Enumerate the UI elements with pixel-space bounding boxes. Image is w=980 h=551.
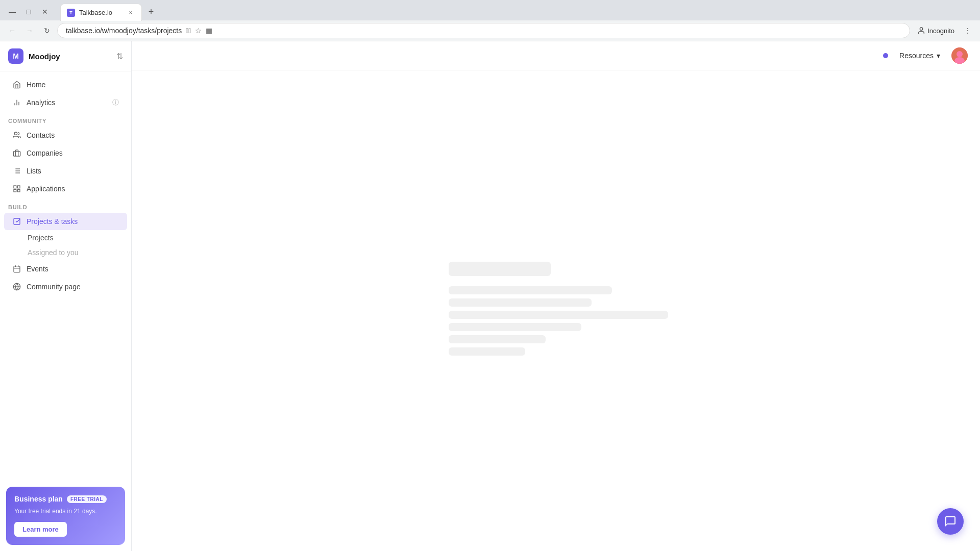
events-icon: [12, 264, 21, 273]
sidebar-toggle-button[interactable]: ⇅: [116, 52, 123, 61]
sidebar-item-companies[interactable]: Companies: [4, 144, 127, 162]
sidebar-item-community-page[interactable]: Community page: [4, 278, 127, 295]
content-area: [132, 70, 980, 551]
skeleton-title: [449, 262, 551, 276]
sidebar: M Moodjoy ⇅ Home: [0, 41, 132, 551]
incognito-label: Incognito: [927, 27, 954, 35]
resources-dropdown-icon: ▾: [937, 52, 940, 60]
projects-tasks-icon: [12, 217, 21, 226]
sidebar-footer: Business plan FREE TRIAL Your free trial…: [0, 481, 131, 551]
sidebar-item-projects-tasks-label: Projects & tasks: [27, 217, 78, 226]
minimize-button[interactable]: —: [5, 5, 19, 19]
sidebar-item-lists[interactable]: Lists: [4, 162, 127, 180]
browser-titlebar: — □ ✕ T Talkbase.io × +: [0, 0, 980, 20]
sidebar-item-lists-label: Lists: [27, 167, 41, 175]
section-community-label: COMMUNITY: [0, 112, 131, 126]
skeleton-row-6: [449, 347, 525, 356]
sidebar-item-companies-label: Companies: [27, 149, 63, 157]
sidebar-icon[interactable]: ▦: [206, 27, 212, 35]
sidebar-item-community-page-label: Community page: [27, 283, 81, 291]
main-header: Resources ▾: [132, 41, 980, 70]
svg-rect-17: [14, 266, 20, 272]
home-icon: [12, 80, 21, 89]
chrome-right-buttons: Incognito ⋮: [913, 23, 975, 38]
business-plan-header: Business plan FREE TRIAL: [14, 495, 117, 503]
address-bar-row: ← → ↻ talkbase.io/w/moodjoy/tasks/projec…: [0, 20, 980, 41]
browser-window-controls: — □ ✕: [5, 5, 52, 19]
section-build-label: BUILD: [0, 198, 131, 212]
analytics-icon: [12, 98, 21, 107]
sidebar-item-contacts-label: Contacts: [27, 131, 55, 139]
applications-icon: [12, 184, 21, 193]
workspace-name: Moodjoy: [29, 52, 60, 61]
active-tab[interactable]: T Talkbase.io ×: [60, 4, 142, 21]
address-bar-icons: 👁︎̸ ☆ ▦: [186, 27, 212, 35]
analytics-info-icon[interactable]: ⓘ: [112, 98, 119, 107]
back-button[interactable]: ←: [5, 23, 19, 38]
sidebar-item-applications[interactable]: Applications: [4, 180, 127, 197]
sidebar-sub-item-assigned-label: Assigned to you: [28, 248, 79, 257]
svg-point-4: [14, 132, 17, 135]
lists-icon: [12, 166, 21, 176]
address-bar[interactable]: talkbase.io/w/moodjoy/tasks/projects 👁︎̸…: [57, 23, 910, 38]
sidebar-item-home[interactable]: Home: [4, 76, 127, 93]
sidebar-item-home-label: Home: [27, 81, 45, 89]
sidebar-item-applications-label: Applications: [27, 185, 65, 193]
workspace-info: M Moodjoy: [8, 48, 60, 64]
community-page-icon: [12, 282, 21, 291]
tab-bar: T Talkbase.io × +: [55, 3, 163, 21]
chat-button[interactable]: [937, 508, 964, 535]
loading-skeleton: [449, 262, 806, 360]
resources-button[interactable]: Resources ▾: [894, 48, 945, 63]
svg-rect-13: [17, 186, 20, 188]
online-indicator: [883, 53, 888, 58]
new-tab-button[interactable]: +: [144, 5, 158, 19]
sidebar-header: M Moodjoy ⇅: [0, 41, 131, 71]
svg-rect-5: [13, 152, 20, 156]
skeleton-row-5: [449, 335, 546, 343]
sidebar-navigation: Home Analytics ⓘ COMMUNITY: [0, 71, 131, 481]
star-icon[interactable]: ☆: [195, 27, 202, 35]
svg-rect-12: [14, 186, 16, 188]
skeleton-row-4: [449, 323, 581, 331]
sidebar-sub-item-projects[interactable]: Projects: [4, 231, 127, 245]
url-text: talkbase.io/w/moodjoy/tasks/projects: [66, 27, 182, 35]
workspace-avatar: M: [8, 48, 23, 64]
learn-more-button[interactable]: Learn more: [14, 522, 67, 537]
more-options-button[interactable]: ⋮: [961, 23, 975, 38]
svg-rect-14: [14, 189, 16, 192]
svg-rect-16: [14, 218, 20, 224]
eye-off-icon[interactable]: 👁︎̸: [186, 27, 191, 35]
svg-point-24: [957, 51, 963, 57]
sidebar-sub-item-assigned[interactable]: Assigned to you: [4, 245, 127, 260]
incognito-badge: Incognito: [913, 23, 959, 38]
sidebar-item-projects-tasks[interactable]: Projects & tasks: [4, 213, 127, 230]
svg-point-0: [920, 28, 923, 30]
forward-button[interactable]: →: [22, 23, 37, 38]
skeleton-row-1: [449, 286, 612, 294]
business-plan-card: Business plan FREE TRIAL Your free trial…: [6, 487, 125, 545]
user-avatar[interactable]: [951, 47, 968, 64]
business-plan-title: Business plan: [14, 495, 63, 503]
companies-icon: [12, 148, 21, 158]
close-tab-button[interactable]: ×: [126, 8, 135, 17]
skeleton-row-2: [449, 298, 592, 307]
business-plan-description: Your free trial ends in 21 days.: [14, 507, 117, 516]
close-window-button[interactable]: ✕: [38, 5, 52, 19]
app-layout: M Moodjoy ⇅ Home: [0, 41, 980, 551]
sidebar-item-events-label: Events: [27, 265, 48, 273]
main-content: Resources ▾: [132, 41, 980, 551]
free-trial-badge: FREE TRIAL: [67, 495, 107, 503]
tab-favicon: T: [67, 9, 75, 17]
sidebar-item-contacts[interactable]: Contacts: [4, 127, 127, 144]
sidebar-sub-item-projects-label: Projects: [28, 234, 54, 242]
maximize-button[interactable]: □: [21, 5, 36, 19]
tab-title: Talkbase.io: [79, 9, 112, 16]
sidebar-item-analytics-label: Analytics: [27, 98, 55, 107]
svg-rect-15: [17, 189, 20, 192]
sidebar-item-events[interactable]: Events: [4, 260, 127, 278]
contacts-icon: [12, 131, 21, 140]
reload-button[interactable]: ↻: [40, 23, 54, 38]
sidebar-item-analytics[interactable]: Analytics ⓘ: [4, 94, 127, 111]
skeleton-row-3: [449, 311, 668, 319]
